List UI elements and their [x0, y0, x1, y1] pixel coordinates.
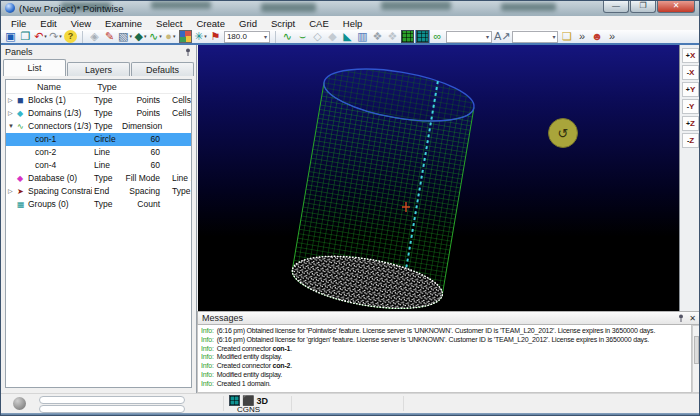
layers-icon[interactable]: ❏: [560, 30, 573, 43]
expand-arrow-icon[interactable]: ▷: [8, 185, 15, 198]
domain-outline-icon[interactable]: ◇: [311, 30, 324, 43]
save-icon[interactable]: ▣: [4, 30, 17, 43]
undo-icon[interactable]: ↶▾: [34, 30, 47, 43]
open-icon[interactable]: ❐: [19, 30, 32, 43]
close-messages-icon[interactable]: ✕: [689, 314, 696, 323]
solid-mesh-icon[interactable]: ✳▾: [194, 30, 207, 43]
tree-row-con-4[interactable]: con-4Line60: [6, 159, 191, 172]
block-tool-icon[interactable]: ▧▾: [118, 30, 132, 43]
axis-view-minus-y[interactable]: -Y: [682, 99, 699, 114]
spline-icon[interactable]: ∿: [281, 30, 294, 43]
minimize-button[interactable]: —: [603, 1, 629, 13]
chevron-down-icon: ▾: [144, 30, 147, 43]
tree-row-con-2[interactable]: con-2Line60: [6, 146, 191, 159]
menu-item-cae[interactable]: CAE: [302, 17, 336, 30]
help-icon[interactable]: ?: [64, 30, 77, 43]
arc-icon[interactable]: ⌣: [296, 30, 309, 43]
tree-row-con-1[interactable]: con-1Circle60: [6, 133, 191, 146]
cell-c1: Line: [92, 159, 122, 172]
chevron-down-icon: ▾: [159, 30, 162, 43]
select-mask-icon[interactable]: ◈: [88, 30, 101, 43]
tab-list[interactable]: List: [3, 59, 66, 76]
expand-arrow-icon[interactable]: ▷: [8, 107, 15, 120]
collapse-arrow-icon[interactable]: ▼: [8, 120, 15, 133]
toolbar-separator: [82, 31, 83, 43]
axis-view-plusminus-y[interactable]: +Y: [682, 82, 699, 97]
info-tag: Info:: [201, 380, 214, 387]
title-bar: (New Project)* Pointwise — ❐ ✕: [1, 1, 700, 16]
tree-row-domains-1-3-[interactable]: ▷◆Domains (1/3)TypePointsCells: [6, 107, 191, 120]
message-line: Info:(6:16 pm) Obtained license for 'Poi…: [201, 327, 688, 336]
viewport-3d[interactable]: ↺: [198, 45, 679, 311]
axis-view-strip: +X-X+Y-Y+Z-Z: [679, 45, 700, 311]
axis-view-minus-x[interactable]: -X: [682, 65, 699, 80]
spacing-combo[interactable]: ▾: [512, 31, 558, 43]
cell-c3: Line ...: [168, 172, 191, 185]
paint-icon[interactable]: ✎: [103, 30, 116, 43]
dimension-icon[interactable]: ∞: [431, 30, 444, 43]
menu-item-view[interactable]: View: [64, 17, 98, 30]
revolve-icon[interactable]: ❖: [386, 30, 399, 43]
box-icon[interactable]: ▥: [356, 30, 369, 43]
axis-view-plusminus-z[interactable]: +Z: [682, 116, 699, 131]
cell-c2: Spacing: [122, 185, 168, 198]
extrude-icon[interactable]: ❖: [371, 30, 384, 43]
tree-row-blocks-1-[interactable]: ▷◼Blocks (1)TypePointsCells: [6, 94, 191, 107]
domain-solid-icon[interactable]: ◆: [326, 30, 339, 43]
cell-c1: Type: [92, 120, 122, 133]
examine-flag-icon[interactable]: ⚑: [209, 30, 222, 43]
unstructured-grid-icon[interactable]: [416, 30, 429, 43]
tree-rows: ▷◼Blocks (1)TypePointsCells▷◆Domains (1/…: [6, 94, 191, 211]
tab-defaults[interactable]: Defaults: [131, 62, 194, 76]
axis-view-minus-z[interactable]: -Z: [682, 133, 699, 148]
overflow-chevron-icon[interactable]: »: [575, 30, 588, 43]
overflow-chevron-icon[interactable]: »: [605, 30, 618, 43]
structured-grid-icon[interactable]: [401, 30, 414, 43]
pin-icon[interactable]: [677, 314, 685, 322]
rotate-cursor-icon: ↺: [548, 118, 578, 148]
connector-tool-icon[interactable]: ∿▾: [149, 30, 162, 43]
expand-arrow-icon[interactable]: ▷: [8, 94, 15, 107]
menu-item-grid[interactable]: Grid: [232, 17, 264, 30]
tree-row-groups-0-[interactable]: ▦Groups (0)TypeCount: [6, 198, 191, 211]
menu-item-help[interactable]: Help: [336, 17, 370, 30]
menu-item-script[interactable]: Script: [264, 17, 302, 30]
menu-item-select[interactable]: Select: [149, 17, 189, 30]
menu-item-file[interactable]: File: [4, 17, 33, 30]
tab-layers[interactable]: Layers: [67, 62, 130, 76]
chevron-down-icon: ▾: [552, 33, 555, 40]
wedge-icon[interactable]: ◣: [341, 30, 354, 43]
maximize-button[interactable]: ❐: [630, 1, 656, 13]
tree-row-name: ▦Groups (0): [6, 198, 92, 211]
menu-item-create[interactable]: Create: [189, 17, 232, 30]
domain-tool-icon[interactable]: ◆▾: [134, 30, 147, 43]
entity-name: Connectors (1/3): [28, 120, 91, 133]
tree-row-connectors-1-3-[interactable]: ▼∿Connectors (1/3)TypeDimension: [6, 120, 191, 133]
axis-letter: Z: [689, 136, 694, 145]
menu-item-examine[interactable]: Examine: [98, 17, 149, 30]
tree-row-name: ▷◆Domains (1/3): [6, 107, 92, 120]
tree-row-spacing-constrai-[interactable]: ▷➤Spacing Constrai...EndSpacingType: [6, 185, 191, 198]
dimension-combo[interactable]: ▾: [446, 31, 492, 43]
axis-view-plusminus-x[interactable]: +X: [682, 48, 699, 63]
domains-icon: ◆: [17, 107, 26, 120]
pin-icon[interactable]: [184, 48, 192, 56]
messages-scrollbar[interactable]: [692, 325, 700, 393]
cell-c1: Line: [92, 146, 122, 159]
redo-icon[interactable]: ↷▾: [49, 30, 62, 43]
info-tag: Info:: [201, 371, 214, 378]
mask-icon[interactable]: ☻: [590, 30, 603, 43]
entity-name: Spacing Constrai...: [28, 185, 92, 198]
image-icon[interactable]: [179, 30, 192, 43]
tree-row-database-0-[interactable]: ◆Database (0)TypeFill ModeLine ...: [6, 172, 191, 185]
messages-title: Messages: [202, 313, 243, 323]
column-name: Name: [6, 80, 92, 94]
info-tag: Info:: [201, 345, 214, 352]
database-tool-icon[interactable]: ●▾: [164, 30, 177, 43]
angle-combo[interactable]: 180.0▾: [224, 31, 270, 43]
tree-header: Name Type: [6, 80, 191, 94]
label-icon[interactable]: A↗: [494, 30, 511, 43]
menu-item-edit[interactable]: Edit: [33, 17, 63, 30]
close-button[interactable]: ✕: [657, 1, 695, 13]
dimension-mode[interactable]: 3D: [256, 396, 268, 406]
